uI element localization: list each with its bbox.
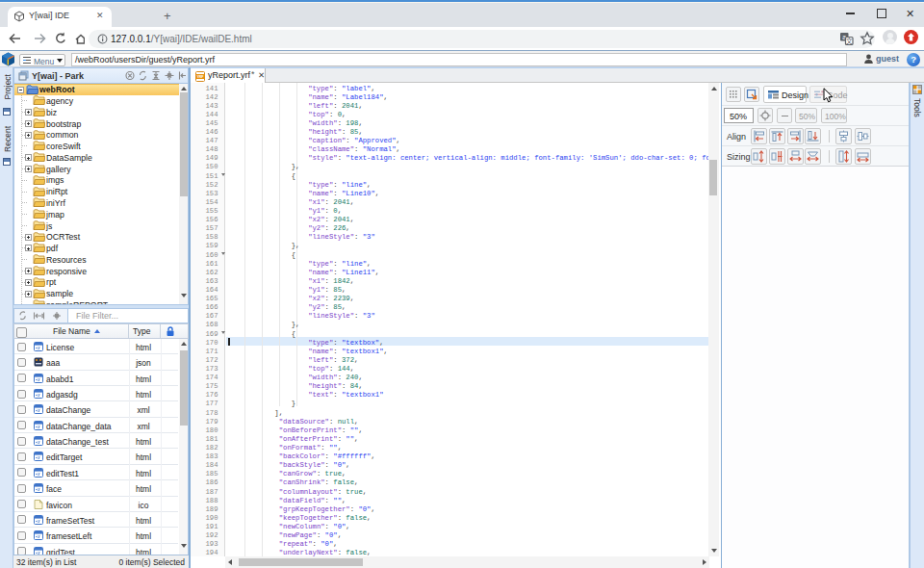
svg-text:文: 文 — [846, 37, 853, 45]
svg-text:YRF: YRF — [197, 75, 205, 79]
